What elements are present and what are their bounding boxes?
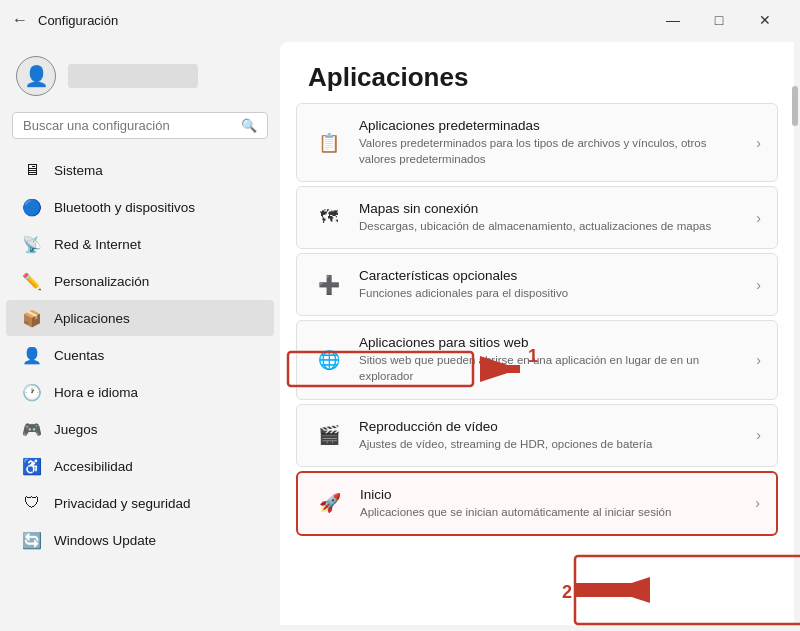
nav-label-sistema: Sistema xyxy=(54,163,103,178)
avatar: 👤 xyxy=(16,56,56,96)
close-button[interactable]: ✕ xyxy=(742,6,788,34)
settings-desc-opcionales: Funciones adicionales para el dispositiv… xyxy=(359,285,568,301)
sidebar-item-accesibilidad[interactable]: ♿Accesibilidad xyxy=(6,448,274,484)
nav-icon-red: 📡 xyxy=(22,234,42,254)
overlay-wrapper: Aplicaciones 📋Aplicaciones predeterminad… xyxy=(280,36,800,631)
settings-item-mapas[interactable]: 🗺Mapas sin conexiónDescargas, ubicación … xyxy=(296,186,778,249)
settings-desc-sitios: Sitios web que pueden abrirse en una apl… xyxy=(359,352,739,384)
settings-icon-opcionales: ➕ xyxy=(313,269,345,301)
sidebar-item-red[interactable]: 📡Red & Internet xyxy=(6,226,274,262)
nav-icon-update: 🔄 xyxy=(22,530,42,550)
sidebar-item-privacidad[interactable]: 🛡Privacidad y seguridad xyxy=(6,485,274,521)
minimize-button[interactable]: — xyxy=(650,6,696,34)
sidebar-user: 👤 xyxy=(0,46,280,112)
nav-label-hora: Hora e idioma xyxy=(54,385,138,400)
sidebar-item-sistema[interactable]: 🖥Sistema xyxy=(6,152,274,188)
content-area: Aplicaciones 📋Aplicaciones predeterminad… xyxy=(280,42,794,625)
nav-icon-personalizacion: ✏️ xyxy=(22,271,42,291)
settings-desc-video: Ajustes de vídeo, streaming de HDR, opci… xyxy=(359,436,652,452)
settings-item-left-sitios: 🌐Aplicaciones para sitios webSitios web … xyxy=(313,335,756,384)
nav-label-bluetooth: Bluetooth y dispositivos xyxy=(54,200,195,215)
settings-desc-inicio: Aplicaciones que se inician automáticame… xyxy=(360,504,671,520)
settings-item-opcionales[interactable]: ➕Características opcionalesFunciones adi… xyxy=(296,253,778,316)
sidebar-item-juegos[interactable]: 🎮Juegos xyxy=(6,411,274,447)
nav-icon-aplicaciones: 📦 xyxy=(22,308,42,328)
nav-label-cuentas: Cuentas xyxy=(54,348,104,363)
scroll-indicator xyxy=(792,86,798,126)
nav-icon-bluetooth: 🔵 xyxy=(22,197,42,217)
settings-item-predeterminadas[interactable]: 📋Aplicaciones predeterminadasValores pre… xyxy=(296,103,778,182)
window-controls: — □ ✕ xyxy=(650,6,788,34)
settings-chevron-predeterminadas: › xyxy=(756,135,761,151)
settings-icon-video: 🎬 xyxy=(313,419,345,451)
settings-list: 📋Aplicaciones predeterminadasValores pre… xyxy=(280,103,794,556)
settings-title-sitios: Aplicaciones para sitios web xyxy=(359,335,739,350)
settings-text-inicio: InicioAplicaciones que se inician automá… xyxy=(360,487,671,520)
settings-title-video: Reproducción de vídeo xyxy=(359,419,652,434)
settings-desc-predeterminadas: Valores predeterminados para los tipos d… xyxy=(359,135,739,167)
search-input[interactable] xyxy=(23,118,235,133)
settings-icon-mapas: 🗺 xyxy=(313,202,345,234)
settings-item-left-opcionales: ➕Características opcionalesFunciones adi… xyxy=(313,268,756,301)
nav-icon-hora: 🕐 xyxy=(22,382,42,402)
title-bar-left: ← Configuración xyxy=(12,11,118,29)
settings-item-left-predeterminadas: 📋Aplicaciones predeterminadasValores pre… xyxy=(313,118,756,167)
settings-item-inicio[interactable]: 🚀InicioAplicaciones que se inician autom… xyxy=(296,471,778,536)
sidebar-item-aplicaciones[interactable]: 📦Aplicaciones xyxy=(6,300,274,336)
settings-icon-predeterminadas: 📋 xyxy=(313,127,345,159)
settings-text-sitios: Aplicaciones para sitios webSitios web q… xyxy=(359,335,739,384)
settings-title-opcionales: Características opcionales xyxy=(359,268,568,283)
nav-label-juegos: Juegos xyxy=(54,422,98,437)
nav-icon-accesibilidad: ♿ xyxy=(22,456,42,476)
user-name-placeholder xyxy=(68,64,198,88)
nav-list: 🖥Sistema🔵Bluetooth y dispositivos📡Red & … xyxy=(0,151,280,559)
settings-icon-inicio: 🚀 xyxy=(314,487,346,519)
settings-chevron-sitios: › xyxy=(756,352,761,368)
settings-text-predeterminadas: Aplicaciones predeterminadasValores pred… xyxy=(359,118,739,167)
page-title: Aplicaciones xyxy=(280,42,794,103)
nav-label-update: Windows Update xyxy=(54,533,156,548)
settings-chevron-mapas: › xyxy=(756,210,761,226)
sidebar-item-cuentas[interactable]: 👤Cuentas xyxy=(6,337,274,373)
settings-title-inicio: Inicio xyxy=(360,487,671,502)
nav-label-aplicaciones: Aplicaciones xyxy=(54,311,130,326)
nav-label-red: Red & Internet xyxy=(54,237,141,252)
nav-icon-privacidad: 🛡 xyxy=(22,493,42,513)
settings-item-sitios[interactable]: 🌐Aplicaciones para sitios webSitios web … xyxy=(296,320,778,399)
nav-icon-sistema: 🖥 xyxy=(22,160,42,180)
settings-title-mapas: Mapas sin conexión xyxy=(359,201,711,216)
settings-title-predeterminadas: Aplicaciones predeterminadas xyxy=(359,118,739,133)
settings-chevron-opcionales: › xyxy=(756,277,761,293)
settings-desc-mapas: Descargas, ubicación de almacenamiento, … xyxy=(359,218,711,234)
settings-chevron-video: › xyxy=(756,427,761,443)
settings-item-video[interactable]: 🎬Reproducción de vídeoAjustes de vídeo, … xyxy=(296,404,778,467)
settings-text-mapas: Mapas sin conexiónDescargas, ubicación d… xyxy=(359,201,711,234)
settings-icon-sitios: 🌐 xyxy=(313,344,345,376)
sidebar-item-hora[interactable]: 🕐Hora e idioma xyxy=(6,374,274,410)
settings-item-left-mapas: 🗺Mapas sin conexiónDescargas, ubicación … xyxy=(313,201,756,234)
window-title: Configuración xyxy=(38,13,118,28)
search-box[interactable]: 🔍 xyxy=(12,112,268,139)
settings-text-video: Reproducción de vídeoAjustes de vídeo, s… xyxy=(359,419,652,452)
nav-label-accesibilidad: Accesibilidad xyxy=(54,459,133,474)
sidebar-item-update[interactable]: 🔄Windows Update xyxy=(6,522,274,558)
settings-item-left-inicio: 🚀InicioAplicaciones que se inician autom… xyxy=(314,487,755,520)
back-icon[interactable]: ← xyxy=(12,11,28,29)
settings-text-opcionales: Características opcionalesFunciones adic… xyxy=(359,268,568,301)
nav-label-privacidad: Privacidad y seguridad xyxy=(54,496,191,511)
settings-item-left-video: 🎬Reproducción de vídeoAjustes de vídeo, … xyxy=(313,419,756,452)
nav-icon-juegos: 🎮 xyxy=(22,419,42,439)
nav-icon-cuentas: 👤 xyxy=(22,345,42,365)
sidebar-item-personalizacion[interactable]: ✏️Personalización xyxy=(6,263,274,299)
search-icon: 🔍 xyxy=(241,118,257,133)
nav-label-personalizacion: Personalización xyxy=(54,274,149,289)
settings-chevron-inicio: › xyxy=(755,495,760,511)
maximize-button[interactable]: □ xyxy=(696,6,742,34)
sidebar: 👤 🔍 🖥Sistema🔵Bluetooth y dispositivos📡Re… xyxy=(0,36,280,631)
sidebar-item-bluetooth[interactable]: 🔵Bluetooth y dispositivos xyxy=(6,189,274,225)
